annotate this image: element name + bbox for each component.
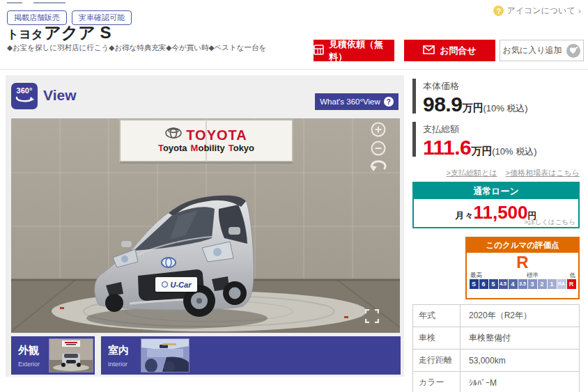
loan-monthly-value: 11,500 (473, 199, 527, 226)
tab-exterior-label: 外観 Exterior (18, 344, 40, 369)
table-row: 年式 2020年（R2年） (413, 305, 580, 327)
base-price-label: 本体価格 (423, 79, 587, 93)
rotate-swoosh-icon (15, 96, 34, 104)
base-price-block: 本体価格 98.9万円(10% 税込) (412, 79, 587, 113)
favorite-label: お気に入り追加 (503, 45, 562, 56)
about-icons-label: アイコンについて (506, 5, 575, 17)
sign-brand-text: TOYOTA (186, 127, 247, 143)
breadcrumb-link-stub[interactable] (33, 0, 65, 3)
total-price-value: 111.6 (423, 136, 471, 159)
scale-cell: 4.5 (499, 279, 508, 289)
ucar-license-plate: U-Car (155, 277, 197, 292)
base-price-value: 98.9 (423, 93, 462, 116)
table-row: 走行距離 53,000km (413, 350, 580, 372)
spec-label: 車検 (413, 327, 461, 350)
scale-cell: 3.5 (518, 279, 527, 289)
rotate-button[interactable] (369, 159, 387, 173)
base-price-tax-note: (10% 税込) (483, 103, 527, 113)
loan-box: 通常ローン 月々 11,500 円 >詳しくはこちら (412, 182, 580, 228)
loan-header: 通常ローン (414, 183, 578, 199)
price-links: >支払総額とは >価格相場表はこちら (412, 168, 580, 178)
envelope-icon (423, 45, 435, 56)
vehicle-360-photo[interactable]: TOYOTA Toyota Mobility Tokyo U-Car (11, 118, 400, 333)
question-icon: ? (384, 97, 394, 107)
question-icon: ? (493, 6, 504, 16)
zoom-in-button[interactable] (371, 122, 386, 137)
tab-exterior[interactable]: 外観 Exterior (11, 336, 95, 375)
zoom-out-button[interactable] (371, 141, 386, 156)
spec-value: 53,000km (461, 350, 580, 372)
360-badge-text: 360° (11, 86, 38, 95)
contact-button[interactable]: お問合せ (404, 40, 495, 61)
scale-cell: RA (557, 279, 566, 289)
market-price-link[interactable]: >価格相場表はこちら (506, 168, 580, 178)
scale-cell: 2 (538, 279, 547, 289)
whats-360-view-button[interactable]: What's 360°View ? (315, 93, 399, 110)
viewer-panel: 360° View What's 360°View ? (6, 75, 404, 377)
total-price-block: 支払総額 111.6万円(10% 税込) (412, 122, 587, 157)
evaluation-box: このクルマの評価点 R 最高 標準 低 S 6 5 4.5 4 3.5 3 2 … (465, 237, 580, 299)
tab-interior[interactable]: 室内 Interior (101, 336, 401, 375)
scale-cell: 4 (509, 279, 518, 289)
page-title: トヨタアクア S (7, 22, 111, 44)
scale-cell: S (470, 279, 479, 289)
loan-monthly-prefix: 月々 (455, 203, 473, 229)
table-row: 車検 車検整備付 (413, 327, 580, 350)
evaluation-scale: S 6 5 4.5 4 3.5 3 2 1 RA R (467, 279, 578, 289)
spec-label: 年式 (413, 305, 461, 327)
spec-label: 走行距離 (413, 350, 461, 372)
title-model: アクア S (44, 23, 111, 42)
total-price-label: 支払総額 (423, 122, 587, 136)
tab-interior-label: 室内 Interior (108, 344, 129, 369)
fullscreen-button[interactable] (365, 309, 379, 323)
about-icons-link[interactable]: ? アイコンについて › (493, 5, 581, 17)
scale-cell: 1 (548, 279, 557, 289)
chevron-right-icon: › (578, 6, 581, 16)
section-divider (0, 69, 588, 70)
label-low: 低 (570, 272, 576, 280)
calculator-icon (314, 45, 324, 57)
evaluation-scale-labels: 最高 標準 低 (467, 272, 578, 279)
scale-cell: 3 (528, 279, 537, 289)
scale-cell-current: R (567, 279, 576, 289)
evaluation-grade: R (467, 253, 578, 272)
scale-cell: 6 (479, 279, 488, 289)
label-highest: 最高 (470, 272, 482, 280)
breadcrumb-link-stub[interactable] (7, 0, 22, 3)
total-price-tax-note: (10% 税込) (492, 146, 536, 157)
estimate-request-button[interactable]: 見積依頼（無料） (314, 40, 394, 61)
view-label: View (43, 87, 76, 104)
add-favorite-button[interactable]: お気に入り追加 (500, 40, 584, 61)
spec-label: カラー (413, 372, 461, 392)
estimate-label: 見積依頼（無料） (329, 38, 394, 63)
spec-table: 年式 2020年（R2年） 車検 車検整備付 走行距離 53,000km カラー… (412, 304, 580, 392)
total-price-unit: 万円 (471, 145, 492, 157)
label-standard: 標準 (527, 272, 539, 280)
table-row: カラー ｼﾙﾊﾞｰM (413, 372, 580, 392)
interior-thumbnail (141, 339, 189, 372)
spec-value: 2020年（R2年） (461, 305, 580, 327)
scale-cell: 5 (489, 279, 498, 289)
toyota-emblem-icon (165, 127, 182, 143)
spec-value: ｼﾙﾊﾞｰM (461, 372, 580, 392)
showroom-sign: TOYOTA Toyota Mobility Tokyo (121, 121, 291, 160)
exterior-thumbnail (49, 339, 93, 372)
total-price-info-link[interactable]: >支払総額とは (447, 168, 497, 178)
used-car-detail-page: ? アイコンについて › 掲載店舗販売 実車確認可能 トヨタアクア S ◆お宝を… (0, 0, 588, 392)
evaluation-header: このクルマの評価点 (467, 238, 578, 253)
contact-label: お問合せ (440, 45, 477, 57)
heart-plus-icon (566, 44, 580, 58)
base-price-unit: 万円 (462, 102, 483, 113)
whats-360-label: What's 360°View (320, 97, 380, 106)
360-view-icon: 360° (11, 83, 38, 109)
title-brand: トヨタ (7, 28, 43, 41)
sign-dealer-name: Toyota Mobility Tokyo (158, 143, 254, 154)
ucar-logo-icon (162, 281, 168, 288)
spec-value: 車検整備付 (461, 327, 580, 350)
sales-copy: ◆お宝を探しに羽村店に行こう◆お得な特典充実◆今が買い時◆ベストな一台を (7, 43, 266, 53)
loan-detail-link[interactable]: >詳しくはこちら (525, 218, 575, 227)
